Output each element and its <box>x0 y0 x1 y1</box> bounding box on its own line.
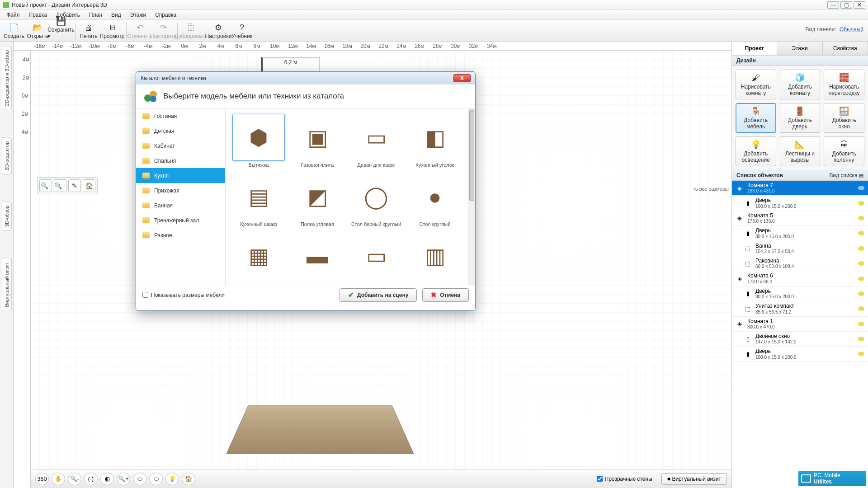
list-view-toggle[interactable]: Вид списка <box>830 172 858 178</box>
category-Тренажерный зал[interactable]: Тренажерный зал <box>136 213 225 228</box>
object-row[interactable]: ◈Комната 7283.0 x 431.0 <box>732 181 868 196</box>
show-sizes-checkbox[interactable]: Показывать размеры мебели <box>142 292 225 298</box>
add-to-scene-button[interactable]: ✔Добавить на сцену <box>340 288 417 302</box>
design-btn[interactable]: 🧊Добавитькомнату <box>780 70 821 99</box>
view-tab[interactable]: 2D-редактор <box>2 137 12 174</box>
bottom-tool[interactable]: ✋ <box>52 473 65 485</box>
dialog-titlebar[interactable]: Каталог мебели и техники X <box>136 72 475 84</box>
object-row[interactable]: ⬚Унитаз компакт35.6 x 56.5 x 71.2 <box>732 301 868 316</box>
category-Спальня[interactable]: Спальня <box>136 153 225 168</box>
house-3d[interactable] <box>226 405 414 454</box>
furniture-item[interactable]: ▭Диван для кафе <box>349 114 404 168</box>
visibility-icon[interactable] <box>858 186 864 190</box>
object-row[interactable]: ▯Двойное окно147.0 x 15.0 x 142.0 <box>732 332 868 347</box>
design-btn[interactable]: 🧱Нарисоватьперегородку <box>824 70 864 99</box>
palette-btn[interactable]: 🏠 <box>83 179 95 192</box>
bottom-tool[interactable]: 🏠 <box>182 473 195 485</box>
menu-План[interactable]: План <box>85 11 107 19</box>
close-button[interactable]: ✕ <box>854 1 865 9</box>
palette-btn[interactable]: ✎ <box>68 179 81 192</box>
scrollbar-thumb[interactable] <box>469 110 474 201</box>
visibility-icon[interactable] <box>858 352 864 356</box>
furniture-item[interactable]: ◧Кухонный уголок <box>407 114 462 168</box>
visibility-icon[interactable] <box>858 246 864 251</box>
furniture-item[interactable]: ⬢Вытяжка <box>231 114 286 168</box>
menu-Правка[interactable]: Правка <box>24 11 52 19</box>
pc-mobile-utilities-badge[interactable]: PC, MobileUtilites <box>798 471 866 486</box>
object-row[interactable]: ▮Дверь100.0 x 15.0 x 200.0 <box>732 196 868 211</box>
visibility-icon[interactable] <box>858 231 864 235</box>
dialog-close-button[interactable]: X <box>453 74 471 82</box>
menu-Файл[interactable]: Файл <box>2 11 24 19</box>
bottom-tool[interactable]: ⬭ <box>133 473 146 485</box>
menu-Справка[interactable]: Справка <box>151 11 181 19</box>
design-btn[interactable]: 🪟Добавитьокно <box>824 103 864 133</box>
object-row[interactable]: ◈Комната 1300.0 x 470.0 <box>732 317 868 332</box>
bottom-tool[interactable]: 360 <box>35 473 49 485</box>
category-Разное[interactable]: Разное <box>136 228 225 243</box>
toolbar-Настройки[interactable]: ⚙Настройки <box>207 22 230 40</box>
toolbar-Просмотр[interactable]: 🖥Просмотр <box>101 22 123 40</box>
object-row[interactable]: ◈Комната 5173.0 x 133.0 <box>732 211 868 226</box>
object-row[interactable]: ◈Комната 6173.0 x 88.0 <box>732 271 868 286</box>
object-row[interactable]: ▮Дверь80.0 x 15.0 x 200.0 <box>732 226 868 241</box>
furniture-item[interactable]: ▦ <box>231 232 286 281</box>
category-Прихожая[interactable]: Прихожая <box>136 183 225 198</box>
object-row[interactable]: ▮Дверь100.0 x 15.0 x 200.0 <box>732 347 868 361</box>
visibility-icon[interactable] <box>858 306 864 311</box>
furniture-item[interactable]: ▭ <box>349 232 404 281</box>
sidebar-tab-Свойства[interactable]: Свойства <box>823 42 868 55</box>
object-row[interactable]: ▮Дверь80.0 x 15.0 x 200.0 <box>732 286 868 301</box>
category-Кабинет[interactable]: Кабинет <box>136 138 225 153</box>
cancel-button[interactable]: ✖Отмена <box>422 288 469 302</box>
bottom-tool[interactable]: ⬭ <box>149 473 163 485</box>
design-btn[interactable]: 🏛Добавитьколонну <box>824 136 864 166</box>
bottom-tool[interactable]: (·) <box>84 473 98 485</box>
design-btn[interactable]: 💡Добавитьосвещение <box>736 136 776 166</box>
bottom-tool[interactable]: ◐ <box>100 473 114 485</box>
visibility-icon[interactable] <box>858 277 864 281</box>
toolbar-Сохранить[interactable]: 💾Сохранить ▾ <box>50 16 72 40</box>
category-Гостиная[interactable]: Гостиная <box>136 108 225 123</box>
furniture-item[interactable]: ◩Полка угловая <box>290 173 345 227</box>
toolbar-Открыть[interactable]: 📂Открыть <box>26 22 49 40</box>
palette-btn[interactable]: 🔍+ <box>54 179 66 192</box>
object-row[interactable]: ⬚Ванна154.2 x 67.5 x 50.4 <box>732 241 868 256</box>
visibility-icon[interactable] <box>858 291 864 296</box>
virtual-visit-button[interactable]: ■ Виртуальный визит <box>661 473 727 485</box>
visibility-icon[interactable] <box>858 261 864 266</box>
design-btn[interactable]: 🚪Добавитьдверь <box>780 103 821 133</box>
design-btn[interactable]: 🪑Добавитьмебель <box>736 103 776 133</box>
bottom-tool[interactable]: 💡 <box>165 473 179 485</box>
toolbar-Печать[interactable]: 🖨Печать <box>77 22 100 40</box>
sidebar-tab-Проект[interactable]: Проект <box>732 42 777 55</box>
design-btn[interactable]: 📐Лестницы ивырезы <box>780 136 821 166</box>
palette-btn[interactable]: 🔍- <box>39 179 52 192</box>
transparent-walls-checkbox[interactable]: Прозрачные стены <box>597 476 652 482</box>
furniture-item[interactable]: ●Стол круглый <box>407 173 462 227</box>
visibility-icon[interactable] <box>858 216 864 221</box>
design-btn[interactable]: 🖌Нарисоватькомнату <box>736 70 776 99</box>
visibility-icon[interactable] <box>858 337 864 341</box>
visibility-icon[interactable] <box>858 322 864 326</box>
items-scrollbar[interactable] <box>468 108 475 285</box>
furniture-item[interactable]: ▬ <box>290 232 345 281</box>
panel-mode-link[interactable]: Обычный <box>840 26 863 33</box>
furniture-item[interactable]: ▥ <box>407 232 462 281</box>
bottom-tool[interactable]: 🔍- <box>68 473 81 485</box>
view-tab[interactable]: 3D-обзор <box>2 202 12 231</box>
furniture-item[interactable]: ◯Стол барный круглый <box>349 173 404 227</box>
bottom-tool[interactable]: 🔍+ <box>117 473 130 485</box>
object-list[interactable]: ◈Комната 7283.0 x 431.0▮Дверь100.0 x 15.… <box>732 181 868 488</box>
visibility-icon[interactable] <box>858 201 864 206</box>
view-tab[interactable]: 2D-редактор и 3D-обзор <box>2 46 12 110</box>
object-row[interactable]: ⬚Раковина60.0 x 50.0 x 108.4 <box>732 256 868 271</box>
item-grid[interactable]: ⬢Вытяжка▣Газовая плита▭Диван для кафе◧Ку… <box>226 108 468 285</box>
category-Ванная[interactable]: Ванная <box>136 198 225 213</box>
category-Детская[interactable]: Детская <box>136 123 225 138</box>
show-sizes-input[interactable] <box>142 292 148 298</box>
toolbar-Создать[interactable]: 📄Создать <box>3 22 25 40</box>
view-tab[interactable]: Виртуальный визит <box>2 258 12 311</box>
sidebar-tab-Этажи[interactable]: Этажи <box>777 42 822 55</box>
category-Кухня[interactable]: Кухня <box>136 168 225 183</box>
